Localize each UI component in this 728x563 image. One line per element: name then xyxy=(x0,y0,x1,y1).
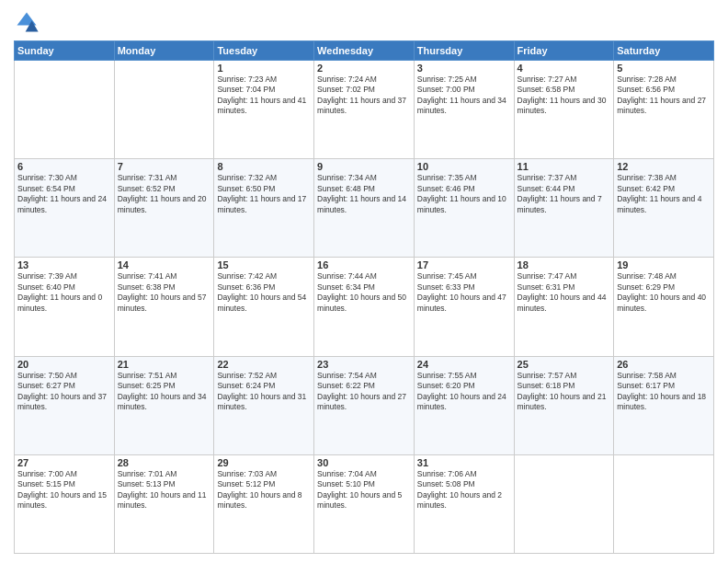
header xyxy=(14,9,714,35)
day-number: 8 xyxy=(217,161,311,172)
calendar-cell: 15Sunrise: 7:42 AM Sunset: 6:36 PM Dayli… xyxy=(214,258,314,356)
calendar-cell: 5Sunrise: 7:28 AM Sunset: 6:56 PM Daylig… xyxy=(614,61,714,159)
day-info: Sunrise: 7:04 AM Sunset: 5:10 PM Dayligh… xyxy=(317,469,411,511)
day-number: 30 xyxy=(317,457,411,468)
day-info: Sunrise: 7:24 AM Sunset: 7:02 PM Dayligh… xyxy=(317,75,411,117)
calendar-cell: 12Sunrise: 7:38 AM Sunset: 6:42 PM Dayli… xyxy=(614,159,714,258)
day-number: 23 xyxy=(317,359,411,370)
logo xyxy=(14,9,43,35)
day-number: 4 xyxy=(518,63,611,74)
calendar-cell: 23Sunrise: 7:54 AM Sunset: 6:22 PM Dayli… xyxy=(314,356,415,454)
calendar-cell: 30Sunrise: 7:04 AM Sunset: 5:10 PM Dayli… xyxy=(314,454,415,553)
day-number: 11 xyxy=(518,161,611,172)
weekday-header-wednesday: Wednesday xyxy=(314,41,415,61)
calendar-week-2: 6Sunrise: 7:30 AM Sunset: 6:54 PM Daylig… xyxy=(15,159,714,258)
svg-marker-0 xyxy=(17,13,37,26)
calendar-cell: 2Sunrise: 7:24 AM Sunset: 7:02 PM Daylig… xyxy=(314,61,415,159)
day-number: 19 xyxy=(617,259,711,270)
day-number: 9 xyxy=(317,161,411,172)
weekday-header-thursday: Thursday xyxy=(414,41,514,61)
day-info: Sunrise: 7:30 AM Sunset: 6:54 PM Dayligh… xyxy=(17,173,111,215)
day-info: Sunrise: 7:48 AM Sunset: 6:29 PM Dayligh… xyxy=(617,271,711,314)
day-info: Sunrise: 7:03 AM Sunset: 5:12 PM Dayligh… xyxy=(217,469,311,511)
day-number: 7 xyxy=(118,161,211,172)
weekday-header-sunday: Sunday xyxy=(15,41,115,61)
day-number: 2 xyxy=(317,63,411,74)
day-number: 17 xyxy=(417,259,511,270)
day-number: 12 xyxy=(617,161,711,172)
day-info: Sunrise: 7:35 AM Sunset: 6:46 PM Dayligh… xyxy=(417,173,511,215)
day-info: Sunrise: 7:55 AM Sunset: 6:20 PM Dayligh… xyxy=(417,371,511,413)
day-info: Sunrise: 7:44 AM Sunset: 6:34 PM Dayligh… xyxy=(317,271,411,314)
day-info: Sunrise: 7:01 AM Sunset: 5:13 PM Dayligh… xyxy=(118,469,211,511)
day-info: Sunrise: 7:00 AM Sunset: 5:15 PM Dayligh… xyxy=(17,469,111,511)
day-number: 24 xyxy=(417,359,511,370)
day-info: Sunrise: 7:31 AM Sunset: 6:52 PM Dayligh… xyxy=(118,173,211,215)
calendar-week-4: 20Sunrise: 7:50 AM Sunset: 6:27 PM Dayli… xyxy=(15,356,714,454)
weekday-header-saturday: Saturday xyxy=(614,41,714,61)
day-number: 15 xyxy=(217,259,311,270)
day-number: 6 xyxy=(17,161,111,172)
day-info: Sunrise: 7:51 AM Sunset: 6:25 PM Dayligh… xyxy=(118,371,211,413)
day-number: 3 xyxy=(417,63,511,74)
calendar-week-3: 13Sunrise: 7:39 AM Sunset: 6:40 PM Dayli… xyxy=(15,258,714,356)
calendar-cell: 17Sunrise: 7:45 AM Sunset: 6:33 PM Dayli… xyxy=(414,258,514,356)
day-info: Sunrise: 7:57 AM Sunset: 6:18 PM Dayligh… xyxy=(518,371,611,413)
day-info: Sunrise: 7:06 AM Sunset: 5:08 PM Dayligh… xyxy=(417,469,511,511)
calendar-cell: 1Sunrise: 7:23 AM Sunset: 7:04 PM Daylig… xyxy=(214,61,314,159)
calendar-cell: 16Sunrise: 7:44 AM Sunset: 6:34 PM Dayli… xyxy=(314,258,415,356)
calendar-table: SundayMondayTuesdayWednesdayThursdayFrid… xyxy=(14,40,714,554)
day-number: 22 xyxy=(217,359,311,370)
day-info: Sunrise: 7:41 AM Sunset: 6:38 PM Dayligh… xyxy=(118,271,211,314)
day-number: 25 xyxy=(518,359,611,370)
day-number: 20 xyxy=(17,359,111,370)
calendar-header-row: SundayMondayTuesdayWednesdayThursdayFrid… xyxy=(15,41,714,61)
calendar-cell: 10Sunrise: 7:35 AM Sunset: 6:46 PM Dayli… xyxy=(414,159,514,258)
day-info: Sunrise: 7:28 AM Sunset: 6:56 PM Dayligh… xyxy=(617,75,711,117)
day-info: Sunrise: 7:45 AM Sunset: 6:33 PM Dayligh… xyxy=(417,271,511,314)
day-info: Sunrise: 7:34 AM Sunset: 6:48 PM Dayligh… xyxy=(317,173,411,215)
day-info: Sunrise: 7:42 AM Sunset: 6:36 PM Dayligh… xyxy=(217,271,311,314)
weekday-header-tuesday: Tuesday xyxy=(214,41,314,61)
day-info: Sunrise: 7:39 AM Sunset: 6:40 PM Dayligh… xyxy=(17,271,111,314)
day-info: Sunrise: 7:25 AM Sunset: 7:00 PM Dayligh… xyxy=(417,75,511,117)
day-info: Sunrise: 7:58 AM Sunset: 6:17 PM Dayligh… xyxy=(617,371,711,413)
calendar-cell: 4Sunrise: 7:27 AM Sunset: 6:58 PM Daylig… xyxy=(514,61,614,159)
weekday-header-monday: Monday xyxy=(114,41,214,61)
calendar-cell xyxy=(614,454,714,553)
calendar-cell xyxy=(15,61,115,159)
day-info: Sunrise: 7:47 AM Sunset: 6:31 PM Dayligh… xyxy=(518,271,611,314)
calendar-cell: 14Sunrise: 7:41 AM Sunset: 6:38 PM Dayli… xyxy=(114,258,214,356)
calendar-cell: 9Sunrise: 7:34 AM Sunset: 6:48 PM Daylig… xyxy=(314,159,415,258)
page: SundayMondayTuesdayWednesdayThursdayFrid… xyxy=(0,0,728,563)
weekday-header-friday: Friday xyxy=(514,41,614,61)
calendar-cell: 3Sunrise: 7:25 AM Sunset: 7:00 PM Daylig… xyxy=(414,61,514,159)
calendar-cell xyxy=(114,61,214,159)
calendar-cell: 18Sunrise: 7:47 AM Sunset: 6:31 PM Dayli… xyxy=(514,258,614,356)
calendar-cell xyxy=(514,454,614,553)
calendar-cell: 26Sunrise: 7:58 AM Sunset: 6:17 PM Dayli… xyxy=(614,356,714,454)
day-number: 29 xyxy=(217,457,311,468)
day-number: 13 xyxy=(17,259,111,270)
calendar-week-5: 27Sunrise: 7:00 AM Sunset: 5:15 PM Dayli… xyxy=(15,454,714,553)
day-number: 14 xyxy=(118,259,211,270)
calendar-cell: 24Sunrise: 7:55 AM Sunset: 6:20 PM Dayli… xyxy=(414,356,514,454)
calendar-cell: 8Sunrise: 7:32 AM Sunset: 6:50 PM Daylig… xyxy=(214,159,314,258)
day-number: 21 xyxy=(118,359,211,370)
calendar-cell: 27Sunrise: 7:00 AM Sunset: 5:15 PM Dayli… xyxy=(15,454,115,553)
day-number: 10 xyxy=(417,161,511,172)
calendar-cell: 22Sunrise: 7:52 AM Sunset: 6:24 PM Dayli… xyxy=(214,356,314,454)
calendar-cell: 25Sunrise: 7:57 AM Sunset: 6:18 PM Dayli… xyxy=(514,356,614,454)
day-info: Sunrise: 7:37 AM Sunset: 6:44 PM Dayligh… xyxy=(518,173,611,215)
logo-icon xyxy=(14,9,40,35)
day-info: Sunrise: 7:38 AM Sunset: 6:42 PM Dayligh… xyxy=(617,173,711,215)
calendar-cell: 19Sunrise: 7:48 AM Sunset: 6:29 PM Dayli… xyxy=(614,258,714,356)
day-number: 5 xyxy=(617,63,711,74)
calendar-cell: 28Sunrise: 7:01 AM Sunset: 5:13 PM Dayli… xyxy=(114,454,214,553)
calendar-cell: 7Sunrise: 7:31 AM Sunset: 6:52 PM Daylig… xyxy=(114,159,214,258)
day-info: Sunrise: 7:23 AM Sunset: 7:04 PM Dayligh… xyxy=(217,75,311,117)
calendar-cell: 13Sunrise: 7:39 AM Sunset: 6:40 PM Dayli… xyxy=(15,258,115,356)
calendar-cell: 29Sunrise: 7:03 AM Sunset: 5:12 PM Dayli… xyxy=(214,454,314,553)
day-info: Sunrise: 7:52 AM Sunset: 6:24 PM Dayligh… xyxy=(217,371,311,413)
calendar-cell: 31Sunrise: 7:06 AM Sunset: 5:08 PM Dayli… xyxy=(414,454,514,553)
